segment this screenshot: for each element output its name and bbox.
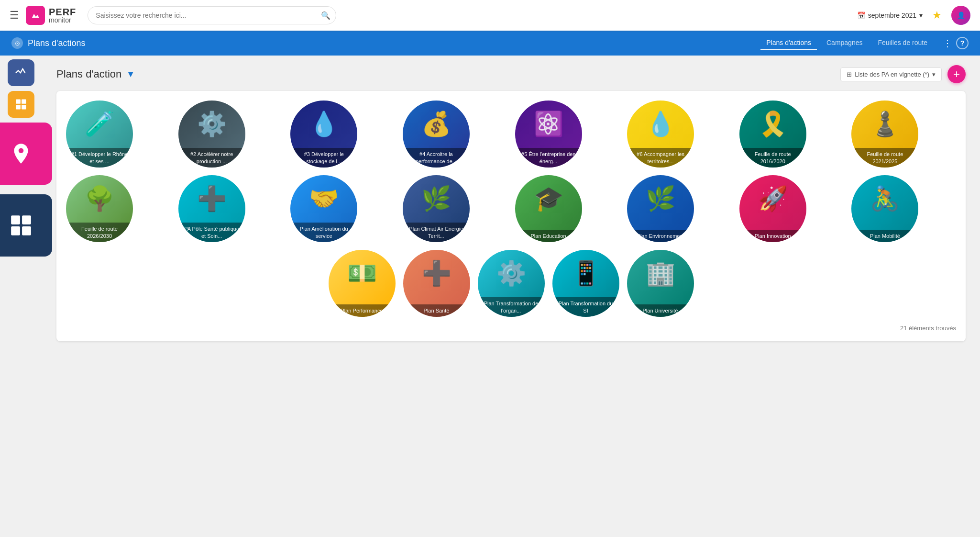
- card-icon: 🧪: [85, 110, 114, 138]
- card-item[interactable]: ♟️ Feuille de route 2021/2025: [851, 101, 918, 168]
- card-icon: 🤝: [309, 185, 339, 213]
- svg-rect-1: [22, 100, 26, 104]
- card-icon: 🌳: [85, 185, 114, 213]
- svg-rect-7: [22, 226, 31, 235]
- view-dropdown-icon: ▾: [932, 71, 936, 78]
- favorites-star-icon[interactable]: ★: [932, 9, 942, 22]
- card-item[interactable]: ➕ Plan Santé: [403, 250, 470, 317]
- calendar-icon: 📅: [857, 11, 865, 19]
- section-header-icon: ⊙: [11, 37, 23, 49]
- card-item[interactable]: ⚛️ #5 Être l'entreprise des énerg...: [515, 101, 582, 168]
- logo-text: PERF monitor: [49, 7, 76, 23]
- grid-view-icon: ⊞: [847, 71, 852, 78]
- filter-icon[interactable]: ▼: [126, 69, 135, 79]
- section-header-more-icon[interactable]: ⋮: [943, 37, 952, 49]
- nav-right-section: 📅 septembre 2021 ▾ ★ 👤: [857, 6, 970, 25]
- card-item[interactable]: 💵 Plan Performance: [329, 250, 396, 317]
- page-title-row: Plans d'action ▼: [56, 68, 135, 80]
- main-content: Plans d'action ▼ ⊞ Liste des PA en vigne…: [42, 56, 980, 537]
- card-item[interactable]: 🤝 Plan Amélioration du service: [290, 175, 357, 242]
- card-item[interactable]: 💧 #6 Accompagner les territoires...: [627, 101, 694, 168]
- date-selector[interactable]: 📅 septembre 2021 ▾: [857, 11, 923, 19]
- card-item[interactable]: 🎓 Plan Education: [515, 175, 582, 242]
- card-item[interactable]: 🌳 Feuille de route 2026/2030: [66, 175, 133, 242]
- date-chevron-icon: ▾: [919, 11, 923, 19]
- top-navbar: ☰ PERF monitor 🔍 📅 septembre 2021 ▾ ★ 👤: [0, 0, 980, 31]
- card-icon: ➕: [197, 185, 227, 213]
- card-label: #6 Accompagner les territoires...: [627, 148, 694, 168]
- cards-container: 🧪 #1 Développer le Rhône et ses ... ⚙️ #…: [56, 91, 966, 341]
- sidebar-grid-button[interactable]: [8, 91, 34, 118]
- search-input[interactable]: [88, 6, 336, 24]
- page-header: Plans d'action ▼ ⊞ Liste des PA en vigne…: [56, 65, 966, 83]
- card-label: Plan Environnement: [627, 230, 694, 242]
- svg-rect-4: [11, 215, 20, 224]
- page-actions: ⊞ Liste des PA en vignette (*) ▾ +: [840, 65, 966, 83]
- view-toggle-button[interactable]: ⊞ Liste des PA en vignette (*) ▾: [840, 67, 942, 81]
- app-logo: PERF monitor: [26, 6, 76, 25]
- card-label: Feuille de route 2016/2020: [739, 148, 806, 168]
- page-title: Plans d'action: [56, 68, 121, 80]
- card-label: Plan Transformation du SI: [552, 297, 619, 317]
- card-label: Feuille de route 2026/2030: [66, 223, 133, 242]
- card-item[interactable]: 💰 #4 Accroitre la performance de...: [403, 101, 470, 168]
- card-item[interactable]: ➕ PA Pôle Santé publique et Soin...: [178, 175, 245, 242]
- sidebar-analytics-button[interactable]: [8, 59, 34, 86]
- elements-count: 21 éléments trouvés: [66, 324, 956, 332]
- tab-campagnes[interactable]: Campagnes: [821, 36, 869, 50]
- card-item[interactable]: ⚙️ #2 Accélérer notre production ...: [178, 101, 245, 168]
- card-icon: 🏢: [646, 259, 675, 287]
- logo-icon: [26, 6, 45, 25]
- card-label: Plan Amélioration du service: [290, 223, 357, 242]
- sidebar-location-button[interactable]: [0, 123, 52, 185]
- cards-row-2: 🌳 Feuille de route 2026/2030 ➕ PA Pôle S…: [66, 175, 956, 242]
- card-item[interactable]: 🚀 Plan Innovation: [739, 175, 806, 242]
- logo-monitor: monitor: [49, 17, 76, 23]
- card-item[interactable]: 🌿 Plan Climat Air Energie Territ...: [403, 175, 470, 242]
- card-icon: 💰: [421, 110, 451, 138]
- help-button[interactable]: ?: [956, 37, 969, 49]
- card-item[interactable]: 🎗️ Feuille de route 2016/2020: [739, 101, 806, 168]
- hamburger-icon[interactable]: ☰: [10, 9, 19, 22]
- card-item[interactable]: 🚴 Plan Mobilité: [851, 175, 918, 242]
- svg-rect-5: [22, 215, 31, 224]
- card-icon: ➕: [422, 259, 451, 287]
- card-label: Plan Mobilité: [851, 230, 918, 242]
- card-label: Plan Education: [515, 230, 582, 242]
- card-icon: ⚛️: [534, 110, 563, 138]
- tab-plans-actions[interactable]: Plans d'actions: [760, 36, 817, 50]
- card-label: Plan Innovation: [739, 230, 806, 242]
- card-label: Plan Transformation de l'organ...: [478, 297, 545, 317]
- card-label: #5 Être l'entreprise des énerg...: [515, 148, 582, 168]
- card-item[interactable]: 🧪 #1 Développer le Rhône et ses ...: [66, 101, 133, 168]
- card-icon: 📱: [571, 259, 601, 287]
- avatar[interactable]: 👤: [951, 6, 970, 25]
- svg-rect-2: [16, 105, 21, 109]
- card-icon: 🎗️: [758, 110, 788, 138]
- card-item[interactable]: 💧 #3 Développer le stockage de l...: [290, 101, 357, 168]
- card-item[interactable]: ⚙️ Plan Transformation de l'organ...: [478, 250, 545, 317]
- card-icon: 🌿: [421, 185, 451, 213]
- logo-perf: PERF: [49, 7, 76, 17]
- card-icon: 🚴: [870, 185, 900, 213]
- cards-row-3: 💵 Plan Performance ➕ Plan Santé ⚙️ Plan …: [66, 250, 956, 317]
- svg-rect-0: [16, 100, 21, 104]
- card-label: Plan Santé: [403, 304, 470, 317]
- card-icon: 🎓: [534, 185, 563, 213]
- card-item[interactable]: 📱 Plan Transformation du SI: [552, 250, 619, 317]
- card-label: Plan Climat Air Energie Territ...: [403, 223, 470, 242]
- search-bar[interactable]: 🔍: [88, 6, 336, 24]
- card-icon: ⚙️: [496, 259, 526, 287]
- cards-row-1: 🧪 #1 Développer le Rhône et ses ... ⚙️ #…: [66, 101, 956, 168]
- card-label: Plan Université: [627, 304, 694, 317]
- tab-feuilles-de-route[interactable]: Feuilles de route: [872, 36, 933, 50]
- add-plan-button[interactable]: +: [947, 65, 966, 83]
- sidebar-presentation-button[interactable]: [0, 194, 52, 257]
- card-icon: 💧: [646, 110, 675, 138]
- section-header-tabs: Plans d'actions Campagnes Feuilles de ro…: [760, 36, 933, 50]
- card-label: Feuille de route 2021/2025: [851, 148, 918, 168]
- card-label: Plan Performance: [329, 304, 396, 317]
- card-item[interactable]: 🌿 Plan Environnement: [627, 175, 694, 242]
- card-item[interactable]: 🏢 Plan Université: [627, 250, 694, 317]
- card-label: #2 Accélérer notre production ...: [178, 148, 245, 168]
